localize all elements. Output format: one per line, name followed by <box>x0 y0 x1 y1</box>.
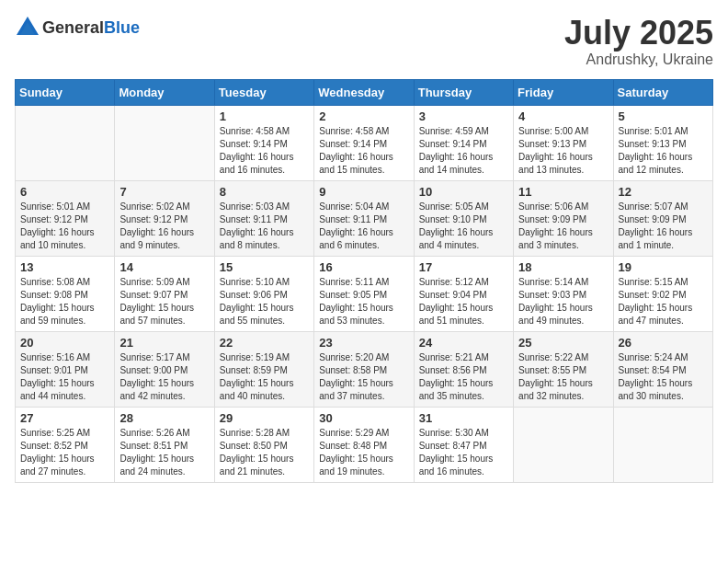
day-info: Sunrise: 5:17 AM Sunset: 9:00 PM Dayligh… <box>119 351 209 403</box>
day-info: Sunrise: 5:29 AM Sunset: 8:48 PM Dayligh… <box>319 427 408 478</box>
calendar-cell: 28Sunrise: 5:26 AM Sunset: 8:51 PM Dayli… <box>115 407 214 482</box>
day-info: Sunrise: 5:22 AM Sunset: 8:55 PM Dayligh… <box>518 351 608 403</box>
day-number: 12 <box>619 185 708 199</box>
day-info: Sunrise: 5:28 AM Sunset: 8:50 PM Dayligh… <box>220 427 309 478</box>
day-info: Sunrise: 5:15 AM Sunset: 9:02 PM Dayligh… <box>619 276 708 327</box>
calendar-cell: 31Sunrise: 5:30 AM Sunset: 8:47 PM Dayli… <box>414 407 513 482</box>
day-info: Sunrise: 5:02 AM Sunset: 9:12 PM Dayligh… <box>119 201 209 252</box>
day-number: 8 <box>220 185 309 199</box>
weekday-header-wednesday: Wednesday <box>314 79 414 105</box>
day-info: Sunrise: 5:19 AM Sunset: 8:59 PM Dayligh… <box>220 351 309 403</box>
month-title: July 2025 <box>564 15 713 52</box>
day-number: 3 <box>419 109 508 123</box>
day-number: 23 <box>319 336 408 350</box>
calendar-cell: 20Sunrise: 5:16 AM Sunset: 9:01 PM Dayli… <box>16 331 115 407</box>
calendar-cell <box>16 105 115 180</box>
day-info: Sunrise: 5:21 AM Sunset: 8:56 PM Dayligh… <box>419 351 508 403</box>
day-number: 29 <box>220 411 309 425</box>
day-info: Sunrise: 5:16 AM Sunset: 9:01 PM Dayligh… <box>20 351 109 403</box>
calendar-cell: 14Sunrise: 5:09 AM Sunset: 9:07 PM Dayli… <box>115 256 214 331</box>
day-info: Sunrise: 5:26 AM Sunset: 8:51 PM Dayligh… <box>119 427 209 478</box>
day-info: Sunrise: 4:58 AM Sunset: 9:14 PM Dayligh… <box>319 125 408 177</box>
day-number: 28 <box>119 411 209 425</box>
calendar-cell: 1Sunrise: 4:58 AM Sunset: 9:14 PM Daylig… <box>214 105 313 180</box>
day-info: Sunrise: 5:04 AM Sunset: 9:11 PM Dayligh… <box>319 201 408 252</box>
day-info: Sunrise: 5:03 AM Sunset: 9:11 PM Dayligh… <box>220 201 309 252</box>
calendar-cell: 17Sunrise: 5:12 AM Sunset: 9:04 PM Dayli… <box>414 256 513 331</box>
day-info: Sunrise: 5:30 AM Sunset: 8:47 PM Dayligh… <box>419 427 508 478</box>
day-info: Sunrise: 4:58 AM Sunset: 9:14 PM Dayligh… <box>220 125 309 177</box>
title-block: July 2025 Andrushky, Ukraine <box>564 15 713 68</box>
logo: GeneralBlue <box>15 15 140 40</box>
day-number: 20 <box>20 336 109 350</box>
calendar-cell: 13Sunrise: 5:08 AM Sunset: 9:08 PM Dayli… <box>16 256 115 331</box>
weekday-header-saturday: Saturday <box>613 79 712 105</box>
weekday-header-thursday: Thursday <box>414 79 513 105</box>
calendar-cell: 5Sunrise: 5:01 AM Sunset: 9:13 PM Daylig… <box>613 105 712 180</box>
calendar-cell: 10Sunrise: 5:05 AM Sunset: 9:10 PM Dayli… <box>414 180 513 256</box>
day-number: 31 <box>419 411 508 425</box>
calendar-cell: 26Sunrise: 5:24 AM Sunset: 8:54 PM Dayli… <box>613 331 712 407</box>
day-number: 30 <box>319 411 408 425</box>
weekday-header-friday: Friday <box>514 79 613 105</box>
day-info: Sunrise: 5:14 AM Sunset: 9:03 PM Dayligh… <box>518 276 608 327</box>
day-info: Sunrise: 5:06 AM Sunset: 9:09 PM Dayligh… <box>518 201 608 252</box>
calendar-cell: 6Sunrise: 5:01 AM Sunset: 9:12 PM Daylig… <box>16 180 115 256</box>
day-number: 21 <box>119 336 209 350</box>
day-number: 9 <box>319 185 408 199</box>
day-number: 22 <box>220 336 309 350</box>
calendar-table: SundayMondayTuesdayWednesdayThursdayFrid… <box>15 79 713 483</box>
week-row-4: 20Sunrise: 5:16 AM Sunset: 9:01 PM Dayli… <box>16 331 713 407</box>
day-info: Sunrise: 5:10 AM Sunset: 9:06 PM Dayligh… <box>220 276 309 327</box>
day-info: Sunrise: 5:07 AM Sunset: 9:09 PM Dayligh… <box>619 201 708 252</box>
weekday-header-monday: Monday <box>115 79 214 105</box>
logo-blue: Blue <box>104 18 140 37</box>
calendar-cell <box>115 105 214 180</box>
logo-general: General <box>42 18 104 37</box>
day-number: 6 <box>20 185 109 199</box>
week-row-5: 27Sunrise: 5:25 AM Sunset: 8:52 PM Dayli… <box>16 407 713 482</box>
calendar-cell: 19Sunrise: 5:15 AM Sunset: 9:02 PM Dayli… <box>613 256 712 331</box>
day-number: 1 <box>220 109 309 123</box>
calendar-cell: 11Sunrise: 5:06 AM Sunset: 9:09 PM Dayli… <box>514 180 613 256</box>
day-info: Sunrise: 5:12 AM Sunset: 9:04 PM Dayligh… <box>419 276 508 327</box>
day-number: 4 <box>518 109 608 123</box>
week-row-1: 1Sunrise: 4:58 AM Sunset: 9:14 PM Daylig… <box>16 105 713 180</box>
day-info: Sunrise: 5:01 AM Sunset: 9:12 PM Dayligh… <box>20 201 109 252</box>
day-number: 13 <box>20 260 109 274</box>
day-number: 17 <box>419 260 508 274</box>
calendar-cell: 9Sunrise: 5:04 AM Sunset: 9:11 PM Daylig… <box>314 180 414 256</box>
day-number: 7 <box>119 185 209 199</box>
weekday-header-row: SundayMondayTuesdayWednesdayThursdayFrid… <box>16 79 713 105</box>
calendar-cell <box>613 407 712 482</box>
weekday-header-sunday: Sunday <box>16 79 115 105</box>
day-number: 14 <box>119 260 209 274</box>
day-number: 19 <box>619 260 708 274</box>
day-info: Sunrise: 5:20 AM Sunset: 8:58 PM Dayligh… <box>319 351 408 403</box>
logo-icon <box>15 15 40 40</box>
day-number: 15 <box>220 260 309 274</box>
calendar-cell: 12Sunrise: 5:07 AM Sunset: 9:09 PM Dayli… <box>613 180 712 256</box>
day-number: 5 <box>619 109 708 123</box>
day-number: 27 <box>20 411 109 425</box>
calendar-cell: 29Sunrise: 5:28 AM Sunset: 8:50 PM Dayli… <box>214 407 313 482</box>
calendar-cell: 21Sunrise: 5:17 AM Sunset: 9:00 PM Dayli… <box>115 331 214 407</box>
week-row-3: 13Sunrise: 5:08 AM Sunset: 9:08 PM Dayli… <box>16 256 713 331</box>
day-number: 26 <box>619 336 708 350</box>
day-info: Sunrise: 5:09 AM Sunset: 9:07 PM Dayligh… <box>119 276 209 327</box>
day-info: Sunrise: 5:11 AM Sunset: 9:05 PM Dayligh… <box>319 276 408 327</box>
calendar-cell: 22Sunrise: 5:19 AM Sunset: 8:59 PM Dayli… <box>214 331 313 407</box>
day-number: 25 <box>518 336 608 350</box>
calendar-cell <box>514 407 613 482</box>
calendar-cell: 3Sunrise: 4:59 AM Sunset: 9:14 PM Daylig… <box>414 105 513 180</box>
day-info: Sunrise: 5:08 AM Sunset: 9:08 PM Dayligh… <box>20 276 109 327</box>
page-header: GeneralBlue July 2025 Andrushky, Ukraine <box>15 15 713 68</box>
calendar-cell: 27Sunrise: 5:25 AM Sunset: 8:52 PM Dayli… <box>16 407 115 482</box>
day-number: 2 <box>319 109 408 123</box>
location-title: Andrushky, Ukraine <box>564 52 713 68</box>
day-info: Sunrise: 5:24 AM Sunset: 8:54 PM Dayligh… <box>619 351 708 403</box>
week-row-2: 6Sunrise: 5:01 AM Sunset: 9:12 PM Daylig… <box>16 180 713 256</box>
calendar-cell: 24Sunrise: 5:21 AM Sunset: 8:56 PM Dayli… <box>414 331 513 407</box>
day-info: Sunrise: 4:59 AM Sunset: 9:14 PM Dayligh… <box>419 125 508 177</box>
day-number: 10 <box>419 185 508 199</box>
